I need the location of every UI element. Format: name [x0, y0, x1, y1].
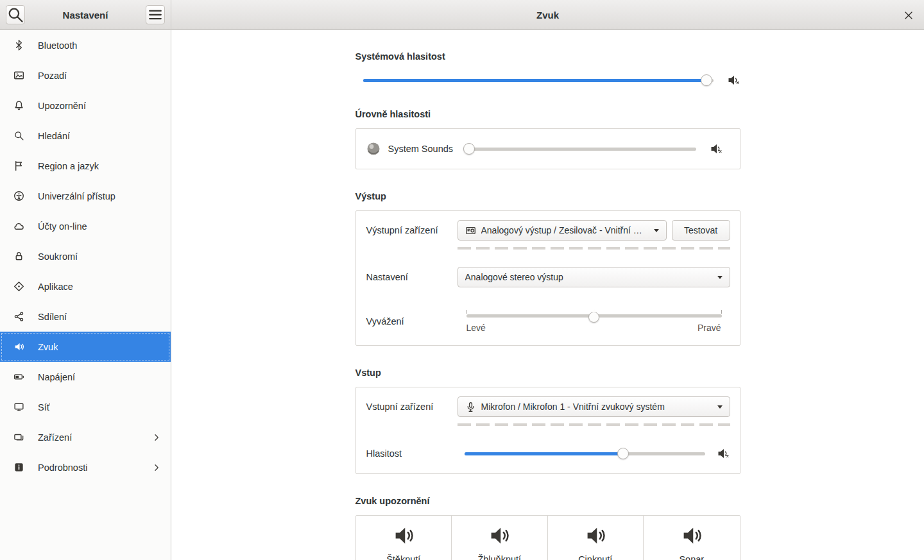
sidebar-item-details[interactable]: Podrobnosti: [0, 452, 171, 482]
output-config-label: Nastavení: [366, 272, 458, 282]
system-volume-slider[interactable]: [363, 74, 714, 87]
main-headerbar: Zvuk: [171, 0, 924, 30]
system-volume-row: [355, 73, 740, 87]
sidebar-item-label: Univerzální přístup: [38, 191, 116, 201]
search-button[interactable]: [6, 5, 25, 24]
alert-speaker-icon: [584, 524, 607, 547]
sidebar-item-bluetooth[interactable]: Bluetooth: [0, 30, 171, 60]
slider-fill: [363, 79, 706, 82]
hamburger-icon: [146, 6, 164, 24]
balance-label: Vyvážení: [366, 316, 458, 327]
alert-sound-card: Štěknutí Žbluňknutí Cinknutí Sonar: [355, 515, 740, 560]
alert-sound-heading: Zvuk upozornění: [355, 496, 740, 506]
sidebar-item-applications[interactable]: Aplikace: [0, 271, 171, 301]
alert-option-label: Štěknutí: [386, 554, 420, 560]
flag-icon: [13, 160, 24, 171]
input-heading: Vstup: [355, 368, 740, 378]
alert-speaker-icon: [392, 524, 415, 547]
microphone-icon: [465, 402, 476, 412]
output-level-meter: [458, 247, 730, 250]
sidebar-item-devices[interactable]: Zařízení: [0, 422, 171, 452]
speaker-icon: [13, 341, 24, 352]
sidebar-item-label: Region a jazyk: [38, 161, 99, 171]
slider-track: [465, 148, 696, 151]
sidebar-item-online-accounts[interactable]: Účty on-line: [0, 211, 171, 241]
balance-right-label: Pravé: [697, 323, 721, 333]
system-volume-heading: Systémová hlasitost: [355, 51, 740, 62]
alert-option-bark[interactable]: Štěknutí: [356, 516, 452, 560]
alert-option-label: Sonar: [679, 554, 704, 560]
alert-option-label: Cinknutí: [578, 554, 612, 560]
sidebar-item-search[interactable]: Hledání: [0, 121, 171, 151]
sidebar-item-label: Podrobnosti: [38, 462, 87, 473]
audio-card-icon: [465, 225, 476, 236]
window-close-button[interactable]: [902, 8, 916, 22]
menu-button[interactable]: [146, 5, 165, 24]
volume-icon: [716, 446, 730, 461]
network-icon: [13, 402, 24, 412]
output-config-dropdown[interactable]: Analogové stereo výstup: [458, 267, 730, 287]
alert-option-glass[interactable]: Cinknutí: [548, 516, 644, 560]
sidebar-item-label: Upozornění: [38, 101, 86, 111]
chevron-down-icon: [717, 276, 723, 279]
applications-icon: [13, 281, 24, 292]
bell-icon: [13, 100, 24, 111]
chevron-right-icon: [153, 434, 160, 441]
app-volume-name: System Sounds: [388, 144, 454, 154]
output-heading: Výstup: [355, 191, 740, 201]
sidebar: Nastavení Bluetooth Pozadí Upozornění Hl…: [0, 0, 171, 560]
sidebar-item-label: Pozadí: [38, 71, 67, 81]
accessibility-icon: [13, 191, 24, 201]
input-device-dropdown[interactable]: Mikrofon / Mikrofon 1 - Vnitřní zvukový …: [458, 396, 730, 417]
sidebar-item-label: Napájení: [38, 372, 75, 382]
sidebar-item-background[interactable]: Pozadí: [0, 60, 171, 90]
sidebar-item-sharing[interactable]: Sdílení: [0, 301, 171, 332]
alert-option-drip[interactable]: Žbluňknutí: [452, 516, 548, 560]
system-sounds-slider[interactable]: [465, 142, 696, 155]
balance-slider[interactable]: [466, 309, 722, 322]
input-volume-row: Hlasitost: [356, 434, 740, 473]
alert-speaker-icon: [488, 524, 511, 547]
input-volume-slider[interactable]: [465, 447, 705, 460]
sidebar-item-label: Hledání: [38, 131, 70, 141]
input-device-label: Vstupní zařízení: [366, 396, 458, 417]
chevron-down-icon: [717, 405, 723, 409]
slider-thumb[interactable]: [463, 143, 475, 155]
battery-icon: [13, 371, 24, 382]
output-device-row: Výstupní zařízení Analogový výstup / Zes…: [356, 211, 740, 257]
output-config-value: Analogové stereo výstup: [465, 272, 712, 282]
balance-row: Vyvážení Levé Pravé: [356, 297, 740, 345]
app-volume-row: System Sounds: [356, 129, 740, 169]
sidebar-item-notifications[interactable]: Upozornění: [0, 90, 171, 121]
sidebar-item-network[interactable]: Síť: [0, 392, 171, 422]
output-device-label: Výstupní zařízení: [366, 220, 458, 241]
slider-thumb[interactable]: [701, 74, 712, 86]
sidebar-item-label: Zařízení: [38, 432, 72, 443]
sidebar-item-label: Bluetooth: [38, 40, 77, 51]
sidebar-item-privacy[interactable]: Soukromí: [0, 241, 171, 271]
output-device-value: Analogový výstup / Zesilovač - Vnitřní …: [481, 225, 649, 235]
chevron-right-icon: [153, 464, 160, 471]
slider-fill: [465, 452, 624, 455]
sound-settings-content: Systémová hlasitost Úrovně hlasitosti Sy…: [171, 30, 924, 560]
close-icon: [904, 11, 913, 20]
sidebar-title: Nastavení: [25, 10, 146, 21]
cloud-icon: [13, 221, 24, 232]
alert-option-sonar[interactable]: Sonar: [644, 516, 740, 560]
slider-thumb[interactable]: [617, 448, 629, 459]
volume-icon: [726, 73, 740, 87]
slider-thumb[interactable]: [588, 312, 599, 323]
details-icon: [13, 462, 24, 473]
sidebar-item-power[interactable]: Napájení: [0, 362, 171, 392]
sidebar-item-sound[interactable]: Zvuk: [0, 332, 171, 362]
output-device-dropdown[interactable]: Analogový výstup / Zesilovač - Vnitřní …: [458, 220, 667, 241]
search-icon: [13, 130, 24, 141]
system-sounds-icon: [365, 140, 382, 157]
sidebar-item-universal-access[interactable]: Univerzální přístup: [0, 181, 171, 211]
test-speakers-button[interactable]: Testovat: [672, 220, 730, 241]
sidebar-item-label: Zvuk: [38, 342, 58, 352]
settings-window: Nastavení Bluetooth Pozadí Upozornění Hl…: [0, 0, 924, 560]
sidebar-item-label: Soukromí: [38, 251, 78, 262]
sidebar-item-region-language[interactable]: Region a jazyk: [0, 151, 171, 181]
background-icon: [13, 70, 24, 81]
